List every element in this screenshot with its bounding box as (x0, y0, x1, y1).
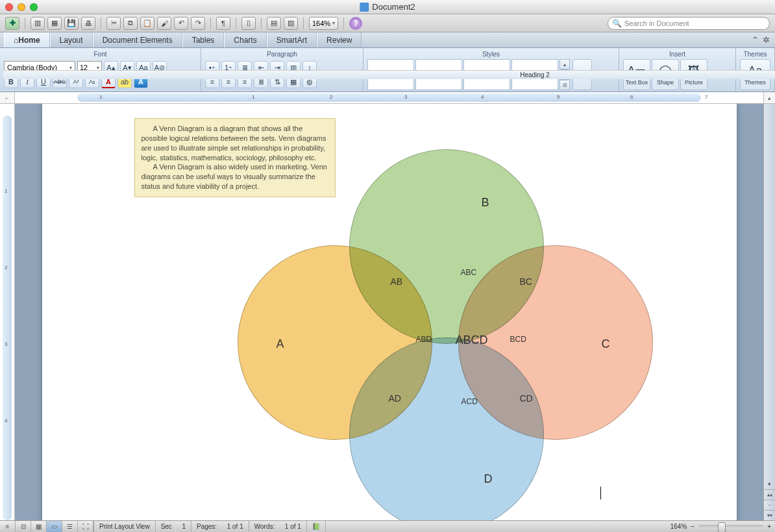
zoom-window-icon[interactable] (30, 3, 38, 11)
text-cursor (600, 487, 601, 500)
media-browser-button[interactable]: ▨ (284, 17, 298, 30)
tab-document-elements[interactable]: Document Elements (93, 32, 182, 47)
status-words[interactable]: Words: 1 of 1 (249, 521, 307, 532)
view-outline-button[interactable]: ⊟ (16, 521, 31, 532)
redo-button[interactable]: ↷ (191, 17, 205, 30)
view-notebook-button[interactable]: ☰ (62, 521, 78, 532)
status-pages: Pages: 1 of 1 (191, 521, 249, 532)
tab-layout[interactable]: Layout (50, 32, 93, 47)
status-spelling-icon[interactable]: 📗 (307, 521, 326, 532)
view-fullscreen-button[interactable]: ⛶ (78, 521, 93, 532)
undo-button[interactable]: ↶ (174, 17, 188, 30)
search-icon: 🔍 (612, 19, 622, 28)
view-print-button[interactable]: ▭ (47, 521, 62, 532)
format-painter-button[interactable]: 🖌 (157, 17, 171, 30)
zoom-in-icon[interactable]: + (767, 523, 771, 530)
open-button[interactable]: ▥ (31, 17, 45, 30)
venn-label-a: A (277, 337, 284, 351)
tab-smartart[interactable]: SmartArt (267, 32, 317, 47)
venn-diagram[interactable]: B A C D AB BC AD CD ABC ABD BCD ACD ABCD (234, 149, 656, 520)
ruler-vertical: 1 2 3 4 (0, 104, 15, 520)
ribbon-tabs: Home Layout Document Elements Tables Cha… (0, 32, 775, 48)
venn-label-acd: ACD (461, 397, 478, 406)
zoom-select[interactable]: 164% (309, 17, 338, 30)
print-button[interactable]: 🖶 (81, 17, 95, 30)
ribbon-collapse-icon[interactable]: ⌃ (752, 35, 759, 45)
status-view-label: Print Layout View (94, 521, 156, 532)
window-title: Document2 (360, 2, 415, 12)
venn-label-b: B (482, 196, 489, 210)
venn-label-bcd: BCD (510, 335, 526, 344)
ruler-horizontal: ⌐ 1 1 2 3 4 5 6 7 ▴ (0, 92, 775, 104)
tab-review[interactable]: Review (317, 32, 362, 47)
venn-label-bc: BC (520, 276, 532, 287)
ribbon-settings-icon[interactable]: ✲ (763, 35, 770, 45)
venn-label-ab: AB (391, 276, 403, 287)
venn-label-abc: ABC (461, 268, 477, 277)
status-zoom-value[interactable]: 164% (670, 523, 687, 530)
style-heading2[interactable]: AaBbCcDdEe Heading 2 (511, 59, 558, 90)
document-page[interactable]: A Venn Diagram is a diagram that shows a… (42, 104, 737, 520)
quick-access-toolbar: ✚ ▥ ▦ 💾 🖶 ✂ ⧉ 📋 🖌 ↶ ↷ ¶ ▯ ▤ ▨ 164% ? 🔍 (0, 14, 775, 32)
search-in-document[interactable]: 🔍 (608, 17, 770, 30)
page-down-icon[interactable]: ▾▾ (764, 510, 775, 520)
titlebar: Document2 (0, 0, 775, 14)
status-bar: ≡ ⊟ ▦ ▭ ☰ ⛶ Print Layout View Sec 1 Page… (0, 520, 775, 532)
search-input[interactable] (624, 19, 765, 27)
styles-gallery-button[interactable]: ⊟ (560, 80, 570, 90)
venn-label-d: D (484, 472, 493, 486)
show-marks-button[interactable]: ¶ (216, 17, 230, 30)
view-draft-button[interactable]: ≡ (0, 521, 16, 532)
group-label-font: Font (4, 50, 197, 59)
tab-tables[interactable]: Tables (182, 32, 225, 47)
scrollbar-down-icon[interactable]: ▾ (764, 479, 775, 489)
status-section: Sec 1 (156, 521, 191, 532)
help-button[interactable]: ? (349, 17, 362, 30)
tab-stop-selector[interactable]: ⌐ (0, 92, 15, 103)
page-up-icon[interactable]: ▴▴ (764, 489, 775, 500)
venn-label-abcd: ABCD (456, 333, 488, 347)
document-area[interactable]: A Venn Diagram is a diagram that shows a… (15, 104, 763, 520)
group-label-styles: Styles (367, 50, 615, 59)
tab-charts[interactable]: Charts (224, 32, 266, 47)
styles-scroll-up[interactable]: ▴ (560, 59, 570, 69)
zoom-slider[interactable] (698, 525, 763, 529)
template-button[interactable]: ▦ (47, 17, 62, 30)
venn-label-ad: AD (389, 393, 401, 404)
save-button[interactable]: 💾 (64, 17, 79, 30)
view-publishing-button[interactable]: ▦ (31, 521, 47, 532)
venn-label-abd: ABD (416, 335, 432, 344)
venn-label-c: C (602, 337, 610, 351)
tab-home[interactable]: Home (4, 32, 50, 47)
vertical-scrollbar[interactable]: ▾ ▴▴ ◦ ▾▾ (763, 104, 775, 520)
group-label-insert: Insert (623, 50, 732, 59)
close-window-icon[interactable] (5, 3, 13, 11)
browse-object-icon[interactable]: ◦ (764, 500, 775, 510)
ribbon-home: Font Cambria (Body) 12 A▴ A▾ Aa A⊘ B I U… (0, 48, 775, 92)
paste-button[interactable]: 📋 (140, 17, 154, 30)
venn-label-cd: CD (520, 393, 533, 404)
zoom-out-icon[interactable]: − (691, 523, 695, 530)
copy-button[interactable]: ⧉ (123, 17, 138, 30)
sidebar-button[interactable]: ▯ (241, 17, 256, 30)
venn-circle-d[interactable] (349, 337, 544, 520)
toolbox-button[interactable]: ▤ (267, 17, 281, 30)
group-label-paragraph: Paragraph (205, 50, 359, 59)
minimize-window-icon[interactable] (18, 3, 25, 11)
new-doc-button[interactable]: ✚ (5, 17, 19, 30)
scrollbar-up-icon[interactable]: ▴ (763, 92, 775, 103)
cut-button[interactable]: ✂ (106, 17, 121, 30)
group-label-themes: Themes (740, 50, 770, 59)
